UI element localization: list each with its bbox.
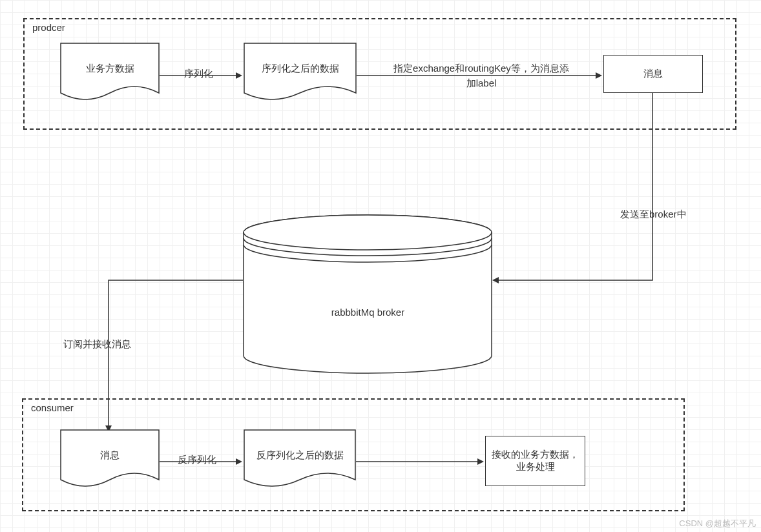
message-box: 消息 bbox=[603, 55, 703, 93]
arrow-biz-to-serialized bbox=[160, 71, 244, 80]
svg-marker-3 bbox=[596, 72, 602, 79]
deserialized-data-text: 反序列化之后的数据 bbox=[244, 429, 356, 481]
consumer-label: consumer bbox=[31, 402, 74, 413]
svg-marker-11 bbox=[477, 458, 484, 465]
svg-point-6 bbox=[244, 215, 492, 250]
consumer-message-label: 消息 bbox=[100, 449, 120, 462]
broker-cylinder bbox=[243, 214, 493, 374]
producer-label: prodcer bbox=[32, 22, 65, 33]
receive-label: 接收的业务方数据，业务处理 bbox=[490, 449, 581, 473]
broker-label: rabbbitMq broker bbox=[243, 307, 493, 318]
consumer-message-text: 消息 bbox=[60, 429, 160, 481]
watermark: CSDN @超越不平凡 bbox=[679, 518, 756, 529]
deserialized-data-label: 反序列化之后的数据 bbox=[256, 449, 344, 462]
svg-marker-4 bbox=[492, 277, 499, 283]
serialized-data-label: 序列化之后的数据 bbox=[262, 63, 339, 75]
arrow-msg-to-deserialized bbox=[160, 457, 244, 466]
biz-data-label: 业务方数据 bbox=[86, 63, 134, 75]
biz-data-text: 业务方数据 bbox=[60, 43, 160, 94]
svg-marker-9 bbox=[236, 458, 242, 465]
arrow-deserialized-to-receive bbox=[356, 457, 485, 466]
message-label: 消息 bbox=[643, 68, 663, 80]
arrow-message-to-broker bbox=[491, 93, 659, 287]
serialized-data-text: 序列化之后的数据 bbox=[244, 43, 357, 94]
receive-box: 接收的业务方数据，业务处理 bbox=[485, 436, 585, 486]
svg-marker-1 bbox=[236, 72, 242, 79]
arrow-serialized-to-message bbox=[357, 71, 603, 80]
